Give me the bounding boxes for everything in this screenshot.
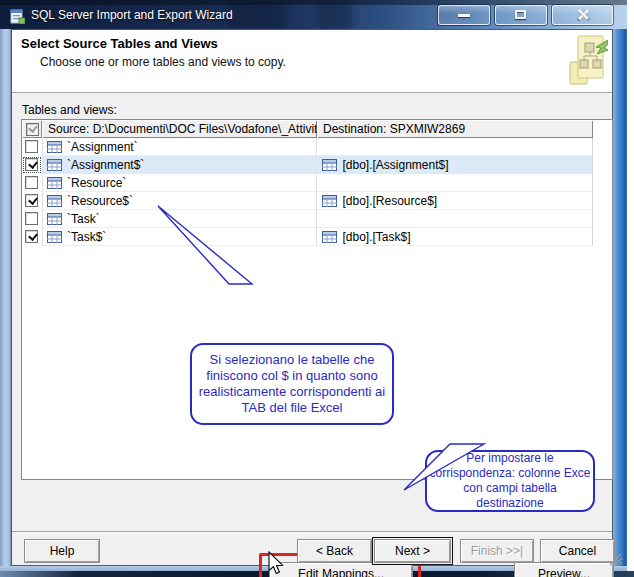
row-checkbox-cell[interactable] (22, 192, 42, 210)
destination-cell[interactable]: [dbo].[Assignment$] (316, 156, 592, 174)
page-title: Select Source Tables and Views (21, 36, 218, 51)
table-row[interactable]: `Assignment` (22, 138, 592, 156)
select-all-header-cell[interactable] (22, 120, 42, 138)
table-icon (47, 141, 62, 153)
window-border-left (0, 29, 11, 566)
table-icon (47, 231, 62, 243)
source-cell[interactable]: `Resource$` (42, 192, 317, 210)
screen: SQL Server Import and Export Wizard Sele… (0, 0, 634, 577)
destination-table-name: [dbo].[Task$] (342, 230, 410, 244)
next-button[interactable]: Next > (374, 539, 451, 563)
source-table-name: `Task$` (67, 230, 106, 244)
table-icon (47, 195, 62, 207)
source-table-name: `Resource$` (67, 194, 133, 208)
tables-wizard-icon (568, 34, 608, 88)
wizard-header: Select Source Tables and Views Choose on… (12, 30, 612, 93)
select-all-checkbox[interactable] (26, 123, 39, 136)
source-column-header[interactable]: Source: D:\Documenti\DOC Files\Vodafone\… (42, 120, 317, 138)
destination-table-name: [dbo].[Resource$] (342, 194, 437, 208)
row-checkbox-cell[interactable] (22, 138, 42, 156)
row-checkbox-cell[interactable] (22, 210, 42, 228)
wizard-app-icon (10, 9, 25, 24)
aero-blur-streak (228, 0, 286, 29)
window-border-right (613, 29, 627, 566)
wizard-body: Tables and views: Source: D:\Documenti\D… (12, 94, 612, 565)
title-bar[interactable]: SQL Server Import and Export Wizard (0, 0, 627, 29)
maximize-icon (515, 10, 526, 19)
preview-button[interactable]: Preview... (514, 562, 614, 577)
destination-cell[interactable]: [dbo].[Resource$] (316, 192, 592, 210)
table-row[interactable]: `Resource$` [dbo].[Resource$] (22, 192, 592, 210)
row-checkbox[interactable] (25, 212, 38, 225)
row-checkbox[interactable] (25, 194, 38, 207)
back-button[interactable]: < Back (297, 539, 372, 563)
maximize-button[interactable] (495, 5, 547, 25)
row-checkbox[interactable] (25, 140, 38, 153)
row-checkbox[interactable] (25, 230, 38, 243)
finish-button: Finish >>| (460, 539, 534, 563)
source-table-name: `Task` (67, 212, 100, 226)
table-icon (47, 159, 62, 171)
source-cell[interactable]: `Resource` (42, 174, 317, 192)
row-checkbox-cell[interactable] (22, 156, 42, 174)
row-checkbox[interactable] (25, 158, 38, 171)
source-table-name: `Assignment$` (67, 158, 144, 172)
minimize-button[interactable] (438, 5, 490, 25)
cancel-button[interactable]: Cancel (540, 539, 615, 563)
next-button-default-ring: Next > (372, 537, 453, 565)
annotation-callout-tables: Si selezionano le tabelle che finiscono … (190, 343, 394, 425)
source-cell[interactable]: `Task$` (42, 228, 317, 246)
destination-table-name: [dbo].[Assignment$] (342, 158, 448, 172)
table-icon (47, 177, 62, 189)
callout-text: Per impostare le corrispondenza: colonne… (429, 451, 591, 511)
source-table-name: `Resource` (67, 176, 126, 190)
table-icon (322, 159, 337, 171)
minimize-icon (458, 14, 470, 17)
window-controls (438, 5, 613, 25)
source-table-name: `Assignment` (67, 140, 138, 154)
row-checkbox-cell[interactable] (22, 228, 42, 246)
help-button[interactable]: Help (24, 539, 100, 563)
destination-cell[interactable] (316, 138, 592, 156)
table-icon (322, 231, 337, 243)
aero-blur-streak (318, 0, 352, 29)
grid-body: `Assignment` `Assignment$` [dbo].[Assign… (22, 138, 593, 246)
row-checkbox[interactable] (25, 176, 38, 189)
close-button[interactable] (552, 5, 613, 25)
callout-text: Si selezionano le tabelle che finiscono … (198, 352, 386, 416)
table-row[interactable]: `Task` (22, 210, 592, 228)
table-icon (47, 213, 62, 225)
destination-cell[interactable] (316, 210, 592, 228)
destination-column-header[interactable]: Destination: SPXMIW2869 (317, 120, 593, 138)
dialog-client-area: Select Source Tables and Views Choose on… (11, 29, 613, 566)
destination-cell[interactable]: [dbo].[Task$] (316, 228, 592, 246)
tables-and-views-label: Tables and views: (22, 103, 117, 117)
table-row[interactable]: `Resource` (22, 174, 592, 192)
close-icon (576, 8, 589, 21)
footer-separator (12, 531, 612, 533)
window-title: SQL Server Import and Export Wizard (31, 8, 233, 22)
table-row[interactable]: `Task$` [dbo].[Task$] (22, 228, 592, 246)
table-row-selected[interactable]: `Assignment$` [dbo].[Assignment$] (22, 156, 592, 174)
destination-cell[interactable] (316, 174, 592, 192)
source-cell[interactable]: `Assignment$` (42, 156, 317, 174)
page-subtitle: Choose one or more tables and views to c… (40, 55, 286, 69)
tables-grid[interactable]: Source: D:\Documenti\DOC Files\Vodafone\… (21, 119, 613, 480)
resize-grip[interactable] (609, 553, 623, 566)
source-cell[interactable]: `Assignment` (42, 138, 317, 156)
source-cell[interactable]: `Task` (42, 210, 317, 228)
annotation-callout-mappings: Per impostare le corrispondenza: colonne… (425, 450, 595, 512)
table-icon (322, 195, 337, 207)
row-checkbox-cell[interactable] (22, 174, 42, 192)
grid-header-row: Source: D:\Documenti\DOC Files\Vodafone\… (22, 120, 593, 138)
